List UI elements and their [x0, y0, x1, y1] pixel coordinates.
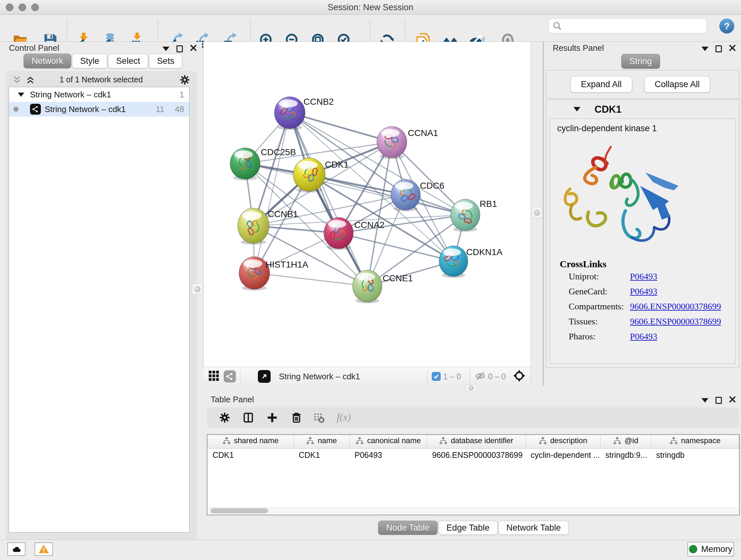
- column-header[interactable]: @id: [600, 435, 651, 448]
- network-node-ccnb1[interactable]: [238, 208, 269, 245]
- collapse-all-button[interactable]: Collapse All: [644, 76, 710, 92]
- network-view-icon[interactable]: [224, 370, 236, 382]
- open-in-new-window-icon[interactable]: [258, 370, 271, 383]
- column-header[interactable]: database identifier: [427, 435, 526, 448]
- node-label-cdc25b: CDC25B: [261, 147, 296, 157]
- network-node-cdkn1a[interactable]: [439, 246, 468, 278]
- horizontal-scrollbar[interactable]: [208, 507, 738, 514]
- cell-name[interactable]: CDK1: [293, 448, 349, 462]
- close-panel-icon[interactable]: [729, 395, 736, 405]
- node-table: shared name name canonical name database…: [207, 434, 740, 515]
- cell-namespace[interactable]: stringdb: [651, 448, 739, 462]
- crosslink-link[interactable]: 9606.ENSP00000378699: [630, 301, 721, 312]
- memory-status-dot: [689, 545, 697, 553]
- grid-view-icon[interactable]: [208, 370, 220, 383]
- panel-menu-icon[interactable]: [701, 47, 709, 51]
- crosslink-row: Pharos: P06493: [569, 331, 728, 347]
- network-view-toolbar: String Network – cdk1 1 – 0 0 – 0: [203, 367, 531, 386]
- node-label-ccna1: CCNA1: [408, 128, 438, 138]
- crosslink-row: Uniprot: P06493: [569, 271, 728, 287]
- network-node-ccna1[interactable]: [377, 126, 407, 159]
- tab-sets[interactable]: Sets: [149, 54, 182, 68]
- node-label-cdk1: CDK1: [325, 160, 349, 170]
- crosslink-label: GeneCard:: [569, 287, 607, 296]
- network-node-rb1[interactable]: [451, 199, 480, 232]
- cloud-button[interactable]: [7, 543, 25, 556]
- cell-canonical-name[interactable]: P06493: [349, 448, 427, 462]
- show-columns-icon[interactable]: [242, 412, 254, 424]
- cell-id[interactable]: stringdb:9...: [600, 448, 651, 462]
- delete-table-icon[interactable]: [313, 412, 325, 424]
- help-button[interactable]: ?: [719, 18, 734, 34]
- right-splitter-handle[interactable]: [532, 207, 542, 218]
- network-options-gear-icon[interactable]: [179, 74, 190, 85]
- node-label-rb1: RB1: [480, 199, 497, 209]
- network-node-ccne1[interactable]: [353, 270, 382, 303]
- network-label: String Network – cdk1: [45, 105, 126, 114]
- network-collection-row[interactable]: String Network – cdk1 1: [9, 87, 189, 102]
- panel-menu-icon[interactable]: [162, 47, 170, 51]
- column-header[interactable]: canonical name: [349, 435, 427, 448]
- left-splitter-handle[interactable]: [192, 284, 202, 294]
- network-canvas[interactable]: CCNB2CCNA1CDC25BCDK1CDC6RB1CCNB1CCNA2CDK…: [203, 42, 531, 367]
- memory-button[interactable]: Memory: [687, 542, 734, 557]
- float-panel-icon[interactable]: [177, 45, 183, 52]
- column-header[interactable]: description: [526, 435, 600, 448]
- table-header-row: shared name name canonical name database…: [207, 435, 739, 448]
- expand-all-button[interactable]: Expand All: [570, 76, 632, 92]
- column-header[interactable]: namespace: [651, 435, 739, 448]
- close-panel-icon[interactable]: [729, 44, 736, 54]
- birdseye-crosshair-icon[interactable]: [513, 369, 526, 383]
- column-header[interactable]: name: [293, 435, 349, 448]
- float-panel-icon[interactable]: [716, 45, 722, 52]
- network-node-cdc25b[interactable]: [230, 148, 260, 180]
- cell-database-identifier[interactable]: 9606.ENSP00000378699: [427, 448, 526, 462]
- tab-network-table[interactable]: Network Table: [498, 521, 569, 535]
- network-node-cdc6[interactable]: [391, 179, 420, 211]
- network-row-selected[interactable]: String Network – cdk1 11 48: [9, 102, 189, 117]
- warning-button[interactable]: [35, 543, 53, 556]
- tab-select[interactable]: Select: [108, 54, 148, 68]
- selected-nodes-checkbox[interactable]: [432, 372, 441, 381]
- function-builder-icon[interactable]: f(x): [337, 411, 351, 423]
- table-options-gear-icon[interactable]: [219, 412, 231, 424]
- network-graph: CCNB2CCNA1CDC25BCDK1CDC6RB1CCNB1CCNA2CDK…: [204, 42, 531, 367]
- crosslink-link[interactable]: P06493: [630, 271, 657, 282]
- table-row[interactable]: CDK1 CDK1 P06493 9606.ENSP00000378699 cy…: [207, 448, 739, 462]
- network-status-dot: [13, 107, 18, 112]
- delete-column-trash-icon[interactable]: [290, 412, 302, 424]
- crosslink-label: Compartments:: [569, 301, 624, 311]
- collection-expand-icon[interactable]: [18, 92, 24, 97]
- protein-section-header[interactable]: CDK1: [547, 102, 739, 118]
- tab-style[interactable]: Style: [72, 54, 107, 68]
- node-label-cdc6: CDC6: [420, 181, 444, 191]
- protein-structure-image: [556, 138, 700, 256]
- scrollbar-thumb[interactable]: [211, 508, 268, 513]
- crosslink-link[interactable]: P06493: [630, 331, 657, 341]
- search-field[interactable]: [548, 18, 707, 34]
- search-input[interactable]: [562, 21, 703, 30]
- network-icon: [30, 104, 41, 115]
- bottom-splitter-handle[interactable]: [466, 384, 476, 391]
- memory-label: Memory: [701, 544, 732, 554]
- network-view-title: String Network – cdk1: [279, 372, 422, 381]
- tab-edge-table[interactable]: Edge Table: [439, 521, 497, 535]
- crosslink-label: Pharos:: [569, 331, 596, 341]
- create-column-plus-icon[interactable]: [266, 412, 278, 424]
- node-label-ccna2: CCNA2: [354, 220, 385, 230]
- status-bar: Memory: [0, 540, 741, 560]
- crosslink-link[interactable]: P06493: [630, 287, 657, 297]
- float-panel-icon[interactable]: [716, 397, 722, 404]
- control-panel-title: Control Panel: [9, 43, 59, 53]
- network-node-hist1h1a[interactable]: [239, 257, 270, 291]
- cell-shared-name[interactable]: CDK1: [207, 448, 293, 462]
- cloud-icon: [11, 544, 22, 554]
- panel-menu-icon[interactable]: [701, 398, 709, 402]
- close-panel-icon[interactable]: [190, 44, 197, 54]
- tab-node-table[interactable]: Node Table: [378, 521, 437, 535]
- tab-string[interactable]: String: [621, 54, 660, 69]
- tab-network[interactable]: Network: [23, 54, 71, 68]
- crosslink-link[interactable]: 9606.ENSP00000378699: [630, 316, 721, 327]
- cell-description[interactable]: cyclin-dependent ...: [526, 448, 600, 462]
- column-header[interactable]: shared name: [207, 435, 293, 448]
